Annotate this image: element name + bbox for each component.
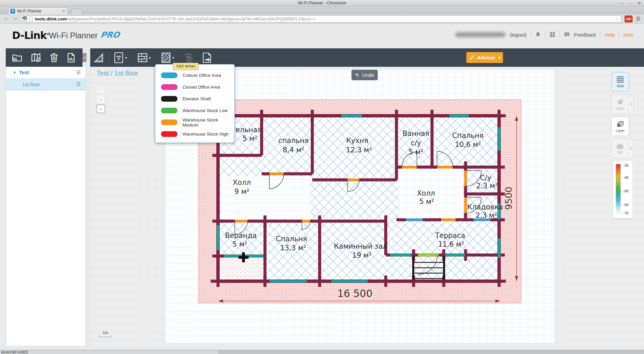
feedback-bubble-icon[interactable] — [564, 32, 570, 38]
signal-gradient-bar — [616, 164, 621, 215]
room-label: Спальня — [452, 132, 483, 140]
new-tab-button[interactable] — [71, 9, 83, 14]
area-menu-label: Warehouse Stock Low — [182, 108, 228, 113]
back-icon[interactable]: ← — [3, 15, 10, 21]
room-label: Каминный зал — [334, 242, 387, 250]
area-menu-item[interactable]: Warehouse Stock Low — [155, 105, 234, 116]
zoom-out-button[interactable]: − — [97, 105, 105, 113]
room-label: тельная — [231, 126, 262, 134]
tab-title: Wi-Fi Planner — [17, 9, 60, 13]
advisor-label: Advisor — [477, 55, 496, 60]
area-menu-label: Cubicle Office Area — [182, 73, 221, 78]
room-label: спальня — [278, 137, 309, 145]
grid-toggle-button[interactable]: Grid — [611, 72, 629, 91]
area-color-swatch — [161, 96, 177, 102]
room-area: 10,6 м² — [455, 141, 481, 149]
undo-button[interactable]: Undo — [352, 70, 378, 80]
window-titlebar: Wi-Fi Planner - Chromium – ▫ ✕ — [0, 0, 644, 7]
layers-icon — [616, 120, 624, 128]
logout-link[interactable]: (logout) — [509, 32, 527, 38]
add-areas-tooltip: Add areas — [173, 63, 199, 70]
tree-expand-caret-icon[interactable]: ▼ — [13, 70, 16, 74]
dlink-logo: D-Link® — [12, 30, 49, 41]
add-areas-icon[interactable] — [160, 52, 172, 64]
add-floor-map-icon[interactable] — [31, 53, 41, 63]
grid-icon — [616, 76, 624, 83]
zoom-in-button[interactable]: + — [97, 95, 105, 103]
legend-tick-label: -60 — [623, 203, 629, 207]
add-access-point-icon[interactable] — [113, 52, 125, 64]
advisor-button[interactable]: Advisor ▼ — [466, 52, 503, 63]
area-menu-item[interactable]: Warehouse Stock High — [155, 128, 234, 140]
status-text: javascript:void(0) — [0, 350, 219, 354]
bookmark-star-icon[interactable]: ☆ — [615, 16, 619, 21]
project-menu-icon[interactable]: ☰ — [76, 69, 81, 75]
browser-tab[interactable]: D Wi-Fi Planner ✕ — [8, 7, 68, 14]
project-row[interactable]: ▼ Test ☰ — [6, 67, 86, 78]
label-caret-icon: ▼ — [628, 95, 633, 113]
walls-caret-icon[interactable]: ▾ — [149, 56, 151, 60]
room-label: Терраса — [435, 232, 465, 240]
address-input[interactable]: tools.dlink.com/wifiplanner/Portaldlink?… — [27, 15, 621, 22]
area-color-swatch — [161, 108, 177, 113]
floor-plan: тельная 5 м² спальня 8,4 м² Кухня 12,3 м… — [197, 98, 523, 305]
help-link[interactable]: Help — [604, 32, 615, 38]
username-blurred — [455, 32, 505, 37]
intro-link[interactable]: Intro — [623, 32, 633, 38]
magic-wand-icon — [469, 55, 475, 60]
legend-tick-label: -30 — [623, 163, 629, 167]
adblock-icon[interactable]: ABP — [625, 15, 633, 22]
area-menu-item[interactable]: Cubicle Office Area — [155, 69, 234, 81]
area-menu-item[interactable]: Elevator Shaft — [155, 93, 234, 105]
sidebar-collapse-icon[interactable]: ◂ — [83, 53, 87, 62]
favicon: D — [10, 9, 15, 13]
room-area: 12,3 м² — [346, 146, 372, 154]
advisor-caret-icon[interactable]: ▼ — [496, 56, 503, 60]
area-menu-item[interactable]: Warehouse Stock Medium — [155, 116, 234, 128]
tab-close-icon[interactable]: ✕ — [62, 9, 65, 13]
door-green — [418, 254, 439, 256]
area-menu-label: Elevator Shaft — [182, 96, 211, 101]
report-document-icon[interactable] — [67, 53, 75, 63]
app-header: D-Link® Wi-Fi Planner PRO (logout) Feedb… — [0, 23, 644, 48]
window-title: Wi-Fi Planner - Chromium — [0, 1, 644, 5]
off-caret-icon: ▼ — [628, 139, 633, 158]
layer-button[interactable]: Layer — [611, 117, 629, 136]
page-icon — [29, 17, 33, 21]
room-label: Спальня — [276, 235, 307, 243]
area-menu-label: Warehouse Stock High — [182, 132, 229, 137]
tab-bar: D Wi-Fi Planner ✕ — [0, 7, 644, 14]
minimize-icon[interactable]: – — [619, 1, 625, 5]
plan-width-dimension: 16 500 — [337, 288, 373, 299]
room-label: С/у — [480, 174, 491, 182]
apps-grid-icon[interactable] — [549, 32, 555, 38]
export-document-icon[interactable] — [201, 52, 213, 64]
set-square-icon[interactable] — [93, 52, 105, 64]
access-point-caret-icon[interactable]: ▾ — [125, 56, 127, 60]
url-host: tools.dlink.com — [35, 16, 67, 21]
browser-menu-icon[interactable]: ☰ — [636, 16, 640, 22]
floor-menu-icon[interactable]: ☰ — [76, 81, 81, 87]
bell-icon[interactable] — [535, 32, 541, 38]
project-name: Test — [19, 69, 29, 75]
project-tree-panel: ▼ Test ☰ 1st floor ☰ — [6, 67, 86, 346]
feedback-link[interactable]: Feedback — [574, 32, 596, 38]
maximize-icon[interactable]: ▫ — [628, 1, 633, 5]
pro-badge: PRO — [100, 30, 120, 40]
add-walls-icon[interactable] — [137, 52, 149, 64]
new-project-icon[interactable] — [12, 53, 22, 63]
area-menu-item[interactable]: Closed Office Area — [155, 81, 234, 93]
delete-trash-icon[interactable] — [49, 53, 59, 63]
areas-caret-icon[interactable]: ▾ — [172, 56, 174, 60]
forward-icon[interactable]: → — [11, 15, 19, 21]
room-area: 13,3 м² — [280, 244, 306, 252]
floor-row-selected[interactable]: 1st floor ☰ — [6, 78, 86, 91]
room-area: 9 м² — [234, 188, 249, 196]
close-icon[interactable]: ✕ — [637, 1, 642, 5]
area-color-swatch — [161, 84, 177, 90]
room-label: Холл — [417, 189, 435, 197]
label-toggle-button: Label ▼ — [611, 95, 634, 114]
map-pin-icon — [616, 143, 624, 150]
room-area: 2,3 м² — [476, 182, 498, 190]
sidebar-toolbar — [6, 48, 83, 67]
